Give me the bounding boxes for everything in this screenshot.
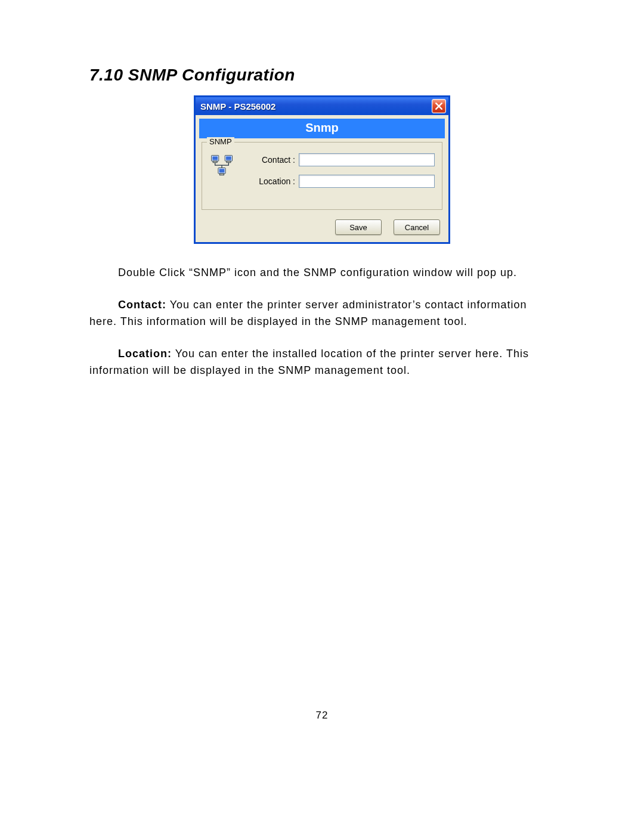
paragraph-1: Double Click “SNMP” icon and the SNMP co…: [89, 265, 555, 281]
body-text: Double Click “SNMP” icon and the SNMP co…: [89, 265, 555, 379]
window-title: SNMP - PS256002: [200, 101, 275, 112]
location-field[interactable]: [299, 175, 435, 188]
paragraph-3: Location: You can enter the installed lo…: [89, 346, 555, 379]
snmp-groupbox: SNMP: [202, 142, 442, 210]
paragraph-2: Contact: You can enter the printer serve…: [89, 297, 555, 330]
svg-rect-8: [220, 174, 224, 175]
contact-label: Contact :: [247, 155, 295, 165]
cancel-button[interactable]: Cancel: [394, 219, 440, 235]
contact-field[interactable]: [299, 153, 435, 166]
network-icon: [209, 153, 234, 181]
location-label: Location :: [247, 176, 295, 186]
svg-rect-2: [213, 161, 217, 163]
section-heading: 7.10 SNMP Configuration: [89, 66, 555, 85]
save-button[interactable]: Save: [335, 219, 382, 235]
dialog-banner: Snmp: [199, 119, 445, 138]
snmp-dialog: SNMP - PS256002 Snmp SNMP: [194, 95, 450, 244]
group-legend: SNMP: [207, 137, 234, 146]
page-number: 72: [0, 710, 644, 721]
svg-rect-5: [227, 161, 231, 163]
svg-rect-4: [226, 156, 231, 160]
titlebar: SNMP - PS256002: [196, 97, 448, 115]
svg-rect-7: [219, 169, 225, 172]
svg-rect-1: [212, 156, 218, 160]
close-icon[interactable]: [432, 99, 446, 113]
